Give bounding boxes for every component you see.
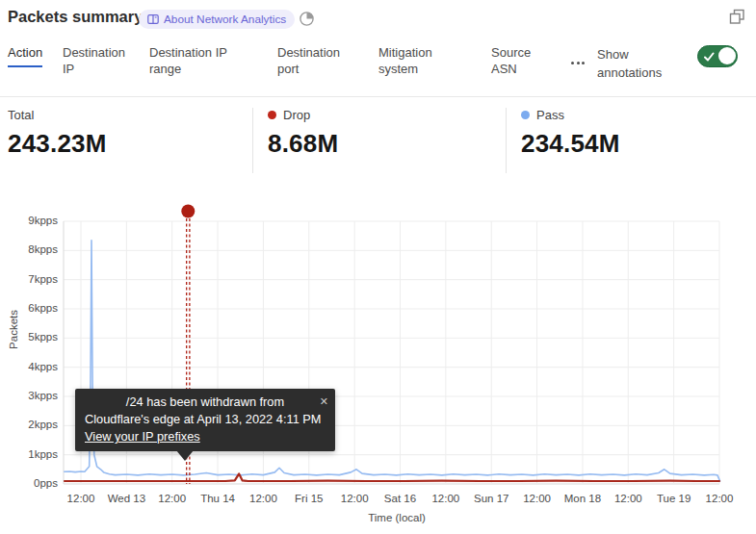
stat-drop-value: 8.68M (268, 129, 338, 159)
y-tick-label: 5kpps (13, 331, 58, 343)
stat-pass-label: Pass (536, 108, 564, 122)
x-axis-title: Time (local) (344, 512, 450, 523)
ellipsis-icon (571, 62, 574, 64)
stat-pass[interactable]: Pass 234.54M (521, 108, 620, 159)
stat-pass-value: 234.54M (521, 129, 620, 159)
page-title: Packets summary (8, 8, 143, 26)
y-tick-label: 1kpps (13, 448, 58, 460)
toggle-knob (718, 47, 736, 64)
book-icon (147, 13, 159, 25)
y-tick-label: 3kpps (13, 390, 58, 401)
stat-total: Total 243.23M (8, 108, 107, 159)
stat-drop[interactable]: Drop 8.68M (268, 108, 338, 159)
tab-action[interactable]: Action (8, 44, 42, 67)
tooltip-caret (176, 450, 194, 461)
pass-legend-dot (521, 111, 530, 119)
tab-mitigation-system[interactable]: Mitigation system (378, 44, 454, 77)
pie-chart-icon[interactable] (299, 11, 315, 31)
packets-chart: Packets 9kpps8kpps7kpps6kpps5kpps4kpps3k… (0, 202, 756, 534)
show-annotations-toggle[interactable] (697, 45, 738, 67)
stat-total-label: Total (8, 108, 34, 122)
expand-icon[interactable] (728, 8, 746, 30)
about-network-analytics-badge[interactable]: About Network Analytics (139, 10, 295, 29)
ellipsis-icon (577, 62, 580, 64)
check-icon (704, 52, 715, 63)
y-tick-label: 4kpps (13, 361, 58, 372)
tab-destination-ip[interactable]: Destination IP (63, 44, 135, 77)
stat-total-value: 243.23M (8, 129, 107, 159)
divider (0, 96, 756, 97)
y-tick-label: 2kpps (13, 419, 58, 430)
annotation-marker-dot[interactable] (181, 205, 195, 218)
annotation-tooltip: ✕ /24 has been withdrawn from Cloudflare… (75, 389, 335, 451)
tooltip-line1: /24 has been withdrawn from (85, 394, 326, 411)
y-tick-label: 6kpps (13, 302, 58, 314)
more-tabs-button[interactable] (571, 62, 585, 64)
tab-source-asn[interactable]: Source ASN (491, 44, 544, 77)
divider (506, 108, 507, 173)
tab-destination-port[interactable]: Destination port (277, 44, 354, 77)
y-axis-title: Packets (8, 310, 19, 349)
close-icon[interactable]: ✕ (320, 393, 328, 410)
stat-drop-label: Drop (283, 108, 310, 122)
y-tick-label: 9kpps (13, 215, 58, 226)
drop-legend-dot (268, 111, 276, 119)
divider (252, 108, 253, 173)
y-tick-label: 8kpps (13, 243, 58, 255)
y-tick-label: 0pps (13, 477, 58, 489)
ellipsis-icon (582, 62, 585, 64)
y-tick-label: 7kpps (13, 273, 58, 285)
tab-destination-ip-range[interactable]: Destination IP range (149, 44, 238, 77)
view-ip-prefixes-link[interactable]: View your IP prefixes (85, 428, 200, 445)
about-badge-label: About Network Analytics (164, 13, 286, 26)
show-annotations-label: Show annotations (597, 45, 678, 82)
tooltip-line2: Cloudflare's edge at April 13, 2022 4:11… (85, 411, 326, 428)
chart-plot-area (0, 202, 756, 534)
x-tick-label: 12:00 (692, 493, 746, 504)
